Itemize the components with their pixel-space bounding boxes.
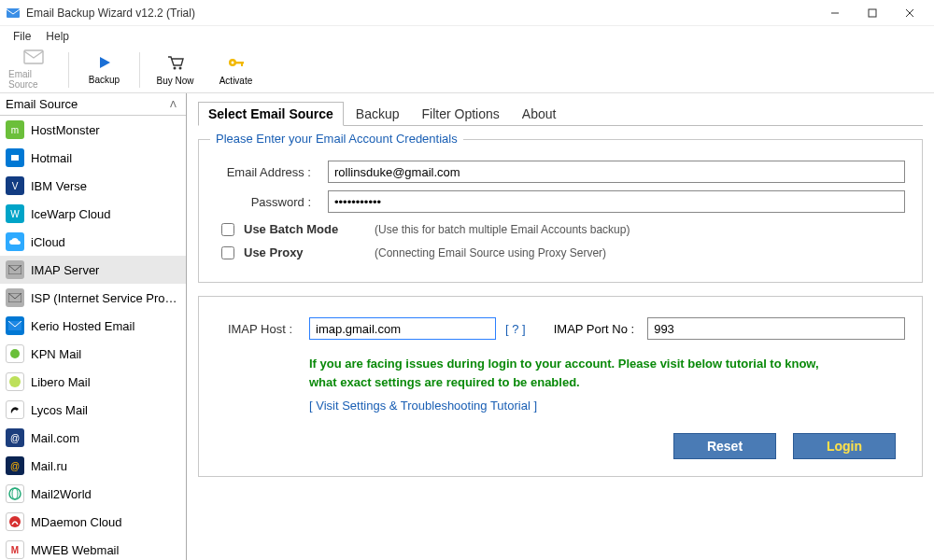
sidebar-item-mailcom[interactable]: @Mail.com [0, 424, 186, 452]
tab-strip: Select Email Source Backup Filter Option… [198, 101, 923, 126]
sidebar-item-lycos[interactable]: Lycos Mail [0, 396, 186, 424]
login-help-text: If you are facing issues during login to… [309, 355, 905, 391]
sidebar-item-label: Mail.ru [31, 459, 67, 473]
use-proxy-checkbox[interactable] [221, 246, 234, 259]
close-button[interactable] [891, 0, 928, 26]
envelope-icon [6, 288, 24, 307]
svg-point-7 [178, 66, 181, 69]
menu-help[interactable]: Help [38, 28, 77, 45]
row-batch-mode: Use Batch Mode (Use this for batch multi… [221, 222, 905, 236]
reset-button[interactable]: Reset [673, 433, 776, 459]
ibm-verse-icon: V [6, 176, 24, 195]
toolbar-label: Buy Now [156, 76, 193, 86]
sidebar-item-label: ISP (Internet Service Provider) [31, 291, 180, 305]
tab-backup[interactable]: Backup [346, 102, 410, 126]
toolbar-email-source[interactable]: Email Source [7, 49, 59, 91]
key-icon [227, 54, 246, 74]
sidebar-title: Email Source [6, 97, 78, 111]
svg-point-9 [231, 61, 234, 63]
icloud-icon [6, 232, 24, 251]
fieldset-legend: Please Enter your Email Account Credenti… [210, 132, 463, 146]
use-proxy-label: Use Proxy [244, 245, 365, 259]
row-imap: IMAP Host : [ ? ] IMAP Port No : [216, 317, 905, 340]
hostmonster-icon: m [6, 120, 24, 139]
sidebar-item-label: MWEB Webmail [31, 543, 119, 557]
imap-fieldset: IMAP Host : [ ? ] IMAP Port No : If you … [198, 296, 923, 477]
sidebar-item-mailru[interactable]: @Mail.ru [0, 452, 186, 480]
svg-rect-5 [24, 50, 43, 63]
credentials-fieldset: Please Enter your Email Account Credenti… [198, 139, 923, 283]
kpn-icon [6, 344, 24, 363]
help-line-1: If you are facing issues during login to… [309, 355, 905, 373]
sidebar-item-label: Kerio Hosted Email [31, 319, 134, 333]
sidebar-item-icloud[interactable]: iCloud [0, 228, 186, 256]
svg-rect-0 [7, 8, 20, 18]
tab-filter-options[interactable]: Filter Options [412, 102, 510, 126]
row-use-proxy: Use Proxy (Connecting Email Source using… [221, 245, 905, 259]
batch-mode-checkbox[interactable] [221, 223, 234, 236]
toolbar-backup[interactable]: Backup [78, 49, 130, 91]
svg-rect-11 [241, 63, 243, 66]
tab-select-source[interactable]: Select Email Source [198, 102, 344, 126]
sidebar-item-libero[interactable]: Libero Mail [0, 368, 186, 396]
imap-port-input[interactable] [647, 317, 905, 340]
tutorial-link[interactable]: [ Visit Settings & Troubleshooting Tutor… [309, 399, 905, 413]
batch-mode-hint: (Use this for batch multiple Email Accou… [375, 223, 630, 236]
imap-host-label: IMAP Host : [216, 322, 309, 336]
icewarp-icon: W [6, 204, 24, 223]
sidebar-item-ibm-verse[interactable]: VIBM Verse [0, 172, 186, 200]
mailcom-icon: @ [6, 428, 24, 447]
mdaemon-icon [6, 512, 24, 531]
login-button[interactable]: Login [793, 433, 896, 459]
menu-file[interactable]: File [6, 28, 38, 45]
sidebar-item-mail2world[interactable]: Mail2World [0, 480, 186, 508]
sidebar-item-isp[interactable]: ISP (Internet Service Provider) [0, 284, 186, 312]
row-password: Password : [216, 190, 905, 213]
menu-bar: File Help [0, 26, 934, 47]
email-input[interactable] [328, 161, 905, 183]
libero-icon [6, 372, 24, 391]
svg-point-17 [10, 349, 20, 358]
sidebar-list[interactable]: mHostMonster Hotmail VIBM Verse WIceWarp… [0, 116, 186, 560]
chevron-up-icon[interactable]: ᐱ [166, 99, 180, 109]
toolbar-activate[interactable]: Activate [210, 49, 262, 91]
mail2world-icon [6, 484, 24, 503]
cart-icon [166, 54, 185, 74]
batch-mode-label: Use Batch Mode [244, 222, 365, 236]
tab-about[interactable]: About [512, 102, 567, 126]
imap-host-input[interactable] [309, 317, 496, 340]
maximize-button[interactable] [854, 0, 891, 26]
hotmail-icon [6, 148, 24, 167]
sidebar-item-hotmail[interactable]: Hotmail [0, 144, 186, 172]
sidebar-item-hostmonster[interactable]: mHostMonster [0, 116, 186, 144]
help-line-2: what exact settings are required to be e… [309, 373, 905, 392]
row-email: Email Address : [216, 161, 905, 183]
sidebar-item-kerio[interactable]: Kerio Hosted Email [0, 312, 186, 340]
toolbar-buy-now[interactable]: Buy Now [149, 49, 201, 91]
use-proxy-hint: (Connecting Email Source using Proxy Ser… [375, 246, 606, 259]
sidebar-item-label: Libero Mail [31, 375, 91, 389]
toolbar-label: Backup [89, 75, 120, 85]
imap-port-label: IMAP Port No : [554, 322, 634, 336]
sidebar-item-label: Hotmail [31, 151, 72, 165]
password-input[interactable] [328, 190, 905, 213]
sidebar-item-label: Mail.com [31, 431, 79, 445]
sidebar-item-kpn[interactable]: KPN Mail [0, 340, 186, 368]
lycos-icon [6, 400, 24, 419]
sidebar-item-icewarp[interactable]: WIceWarp Cloud [0, 200, 186, 228]
play-icon [97, 55, 112, 73]
mweb-icon: M [6, 540, 24, 559]
minimize-button[interactable] [816, 0, 854, 26]
kerio-icon [6, 316, 24, 335]
sidebar-item-label: Lycos Mail [31, 403, 88, 417]
sidebar-item-imap-server[interactable]: IMAP Server [0, 256, 186, 284]
svg-point-19 [9, 488, 21, 499]
sidebar-item-mweb[interactable]: MMWEB Webmail [0, 536, 186, 560]
svg-rect-13 [11, 155, 19, 161]
sidebar-item-label: KPN Mail [31, 347, 81, 361]
main-area: Email Source ᐱ mHostMonster Hotmail VIBM… [0, 93, 934, 560]
sidebar-item-mdaemon[interactable]: MDaemon Cloud [0, 508, 186, 536]
svg-point-6 [173, 66, 176, 69]
password-label: Password : [216, 195, 328, 209]
imap-host-help-link[interactable]: [ ? ] [505, 322, 526, 336]
